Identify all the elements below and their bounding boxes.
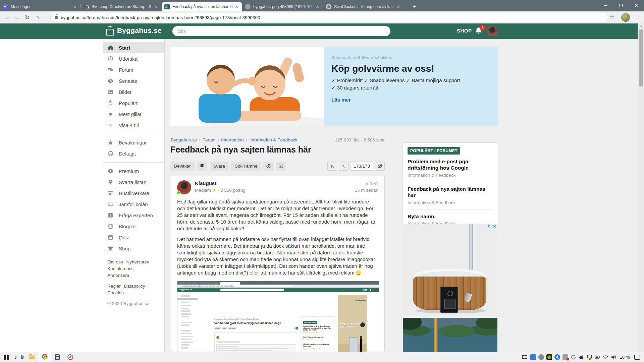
tab-sweclockers[interactable]: SweClockers - för dig som älskar ✕ [323, 2, 404, 11]
sidebar-item-start[interactable]: Start [103, 42, 164, 53]
close-tab-icon[interactable]: ✕ [153, 4, 159, 10]
user-avatar[interactable] [487, 26, 497, 36]
popular-item-title[interactable]: Feedback på nya sajten lämnas här [408, 186, 493, 199]
shop-link[interactable]: SHOP [457, 28, 472, 34]
adchoices-icon[interactable] [488, 224, 490, 228]
utility-app-icon[interactable] [538, 354, 544, 360]
home-button[interactable]: ⌂ [32, 12, 42, 22]
battery-icon[interactable] [595, 354, 600, 360]
banner-ad[interactable]: Sponsrad av Golvvärmebutiken Köp golvvär… [170, 47, 498, 126]
file-explorer-button[interactable] [25, 352, 38, 362]
sidebar-item-senaste[interactable]: Senaste [103, 75, 164, 86]
chrome-taskbar-button[interactable] [38, 352, 51, 362]
sidebar-item-jamfor-bolan[interactable]: 100 Jämför bolån [103, 199, 164, 210]
tab-byggahus-png[interactable]: byggahus-png.468989 (1920×10 ✕ [243, 2, 323, 11]
sidebar-item-forum[interactable]: Forum [103, 64, 164, 75]
footer-link-datapolicy[interactable]: Datapolicy [124, 284, 145, 289]
tab-sketchup[interactable]: Sketchup Crashing on Startup - S ✕ [81, 2, 161, 11]
padlock-icon[interactable] [55, 16, 58, 19]
post-author-name[interactable]: Klaugust [195, 180, 246, 186]
sidebar-display-ad[interactable]: ✕ [402, 224, 498, 352]
tab-messenger[interactable]: Messenger ✕ [0, 2, 80, 11]
popular-item[interactable]: Feedback på nya sajten lämnas här Inform… [408, 182, 493, 209]
dual-monitor-icon[interactable] [522, 354, 528, 360]
sidebar-item-premium[interactable]: Premium [103, 166, 164, 177]
sidebar-item-fraga-experten[interactable]: ? Fråga experten [103, 210, 164, 221]
wifi-icon[interactable] [603, 354, 608, 360]
bluetooth-icon[interactable] [554, 354, 560, 360]
task-view-button[interactable] [13, 352, 25, 362]
post-number[interactable]: #2581 [355, 180, 378, 187]
nvidia-settings-icon[interactable] [546, 354, 552, 360]
volume-icon[interactable] [611, 354, 616, 360]
breadcrumb-information[interactable]: Information [221, 137, 244, 142]
browser-menu-icon[interactable]: ⋮ [636, 13, 641, 19]
sidebar-item-mest-gillat[interactable]: Mest gillat [103, 109, 164, 120]
alert-bell-button[interactable] [197, 162, 207, 171]
site-search-input[interactable] [172, 26, 390, 36]
byggahus-logo[interactable]: Byggahus.se [105, 26, 162, 35]
reload-button[interactable]: ↻ [22, 12, 32, 22]
footer-link-cookies[interactable]: Cookies [107, 290, 124, 295]
sidebar-item-deltagit[interactable]: Deltagit [103, 148, 164, 159]
calculator-button[interactable] [51, 352, 64, 362]
sidebar-item-utforska[interactable]: Utforska [103, 53, 164, 64]
svara-button[interactable]: Svara [210, 162, 229, 171]
first-page-button[interactable] [327, 162, 337, 171]
sok-i-amne-button[interactable]: Sök i ämne [231, 162, 261, 171]
hot-tub-ad-image[interactable]: ✕ [402, 224, 497, 315]
breadcrumb-byggahus[interactable]: Byggahus.se [171, 137, 197, 142]
window-minimize-button[interactable] [598, 0, 613, 11]
lake-ad-image[interactable] [403, 318, 497, 352]
popular-item-title[interactable]: Problem med e-post pga driftstörning hos… [408, 158, 493, 171]
embedded-screenshot-attachment[interactable]: byggahus.se/forum/threads/vad-har-du-gjo… [177, 281, 379, 352]
action-center-icon[interactable] [634, 355, 640, 360]
sidebar-item-visa-4-till[interactable]: Visa 4 till [103, 120, 164, 131]
bookmark-star-icon[interactable]: ☆ [610, 14, 614, 20]
sidebar-item-populart[interactable]: Populärt [103, 98, 164, 109]
sidebar-item-bloggar[interactable]: Bloggar [103, 221, 164, 232]
sidebar-item-bevakningar[interactable]: Bevakningar [103, 137, 164, 148]
notifications-bell-icon[interactable]: 5 [475, 27, 484, 36]
browser-profile-avatar[interactable] [621, 13, 630, 22]
defender-shield-icon[interactable]: ! [587, 354, 592, 360]
sidebar-item-svarta-listan[interactable]: Svarta listan [103, 177, 164, 188]
footer-link-regler[interactable]: Regler [107, 284, 121, 289]
forward-button[interactable]: → [12, 12, 22, 22]
close-tab-icon[interactable]: ✕ [72, 4, 78, 10]
breadcrumb-forum[interactable]: Forum [203, 137, 216, 142]
bevakar-button[interactable]: Bevakar [170, 162, 195, 171]
close-tab-icon[interactable]: ✕ [234, 4, 239, 10]
hide-ignored-button[interactable] [375, 162, 385, 171]
close-tab-icon[interactable]: ✕ [315, 4, 320, 10]
breadcrumb-information-feedback[interactable]: Information & Feedback [249, 137, 297, 142]
popular-item[interactable]: Problem med e-post pga driftstörning hos… [408, 155, 493, 182]
back-button[interactable]: ← [2, 12, 12, 22]
post-author-avatar[interactable] [177, 180, 191, 194]
url-text[interactable]: byggahus.se/forum/threads/feedback-pa-ny… [61, 15, 260, 20]
start-button[interactable] [0, 352, 13, 362]
tab-byggahus-active[interactable]: Feedback på nya sajten lämnas h ✕ [162, 2, 242, 11]
page-indicator[interactable]: 173/173 [350, 162, 373, 171]
filter-sliders-button[interactable] [276, 162, 286, 171]
previous-page-button[interactable] [339, 162, 348, 171]
scrollbar-up-arrow[interactable]: ▲ [638, 23, 644, 29]
scrollbar-thumb[interactable] [639, 29, 643, 86]
package-update-icon[interactable] [562, 354, 568, 360]
footer-link-nyhetsbrev[interactable]: Nyhetsbrev [126, 259, 149, 264]
close-tab-icon[interactable]: ✕ [395, 4, 401, 10]
sidebar-item-hustillverkare[interactable]: Hustillverkare [103, 188, 164, 199]
sketchup-taskbar-button[interactable] [64, 352, 76, 362]
window-restore-button[interactable] [613, 0, 629, 11]
ad-close-icon[interactable]: ✕ [493, 224, 496, 229]
sidebar-item-bilder[interactable]: Bilder [103, 86, 164, 98]
address-bar[interactable]: byggahus.se/forum/threads/feedback-pa-ny… [50, 13, 608, 22]
footer-link-annonsera[interactable]: Annonsera [107, 273, 129, 278]
window-close-button[interactable]: ✕ [629, 0, 644, 11]
popular-item-title[interactable]: Byta namn. [408, 213, 493, 220]
remote-app-icon[interactable] [530, 354, 536, 360]
taskbar-clock[interactable]: 10:49 [620, 355, 630, 360]
footer-link-om-oss[interactable]: Om oss [107, 259, 123, 264]
page-scrollbar[interactable]: ▲ [638, 23, 644, 352]
satellite-dish-icon[interactable] [579, 354, 584, 360]
